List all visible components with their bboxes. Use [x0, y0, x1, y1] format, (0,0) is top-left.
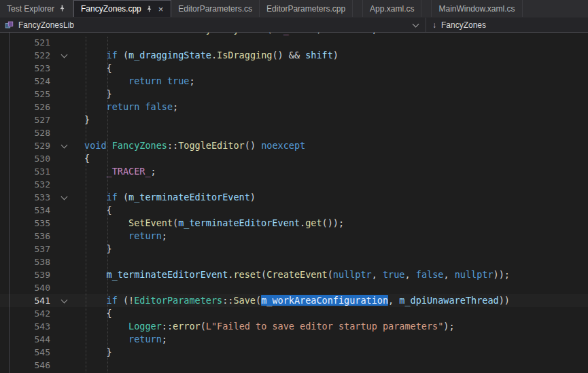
line-number[interactable]: 530: [0, 152, 50, 165]
code-text[interactable]: [77, 359, 588, 372]
tab-test-explorer[interactable]: Test Explorer: [0, 0, 73, 17]
code-text[interactable]: {: [77, 152, 588, 165]
code-line[interactable]: 529void FancyZones::ToggleEditor() noexc…: [0, 139, 588, 152]
code-text[interactable]: [77, 126, 588, 139]
fold-chevron-icon[interactable]: [60, 296, 67, 303]
code-editor[interactable]: 520 bool shift = GetAsyncKeyState(VK_SHI…: [0, 33, 588, 373]
code-line[interactable]: 528: [0, 126, 588, 139]
fold-margin[interactable]: [50, 191, 77, 204]
fold-margin[interactable]: [50, 139, 77, 152]
pin-icon[interactable]: [58, 5, 66, 12]
code-text[interactable]: if (!EditorParameters::Save(m_workAreaCo…: [77, 294, 588, 307]
code-text[interactable]: return false;: [77, 101, 588, 113]
code-line[interactable]: 538: [0, 255, 588, 268]
code-text[interactable]: _TRACER_;: [77, 165, 588, 178]
code-line[interactable]: 535 SetEvent(m_terminateEditorEvent.get(…: [0, 217, 588, 230]
line-number[interactable]: 542: [0, 307, 50, 320]
line-number[interactable]: 539: [0, 268, 50, 281]
tab-mainwindow-xaml-cs[interactable]: MainWindow.xaml.cs: [431, 0, 522, 17]
code-text[interactable]: [77, 36, 588, 49]
line-number[interactable]: 543: [0, 320, 50, 333]
code-line[interactable]: 531 _TRACER_;: [0, 165, 588, 178]
line-number[interactable]: 531: [0, 165, 50, 178]
code-text[interactable]: SetEvent(m_terminateEditorEvent.get());: [77, 217, 588, 230]
line-number[interactable]: 523: [0, 62, 50, 75]
line-number[interactable]: 540: [0, 281, 50, 294]
chevron-down-icon[interactable]: [413, 20, 419, 27]
line-number[interactable]: 541: [0, 294, 50, 307]
line-number[interactable]: 529: [0, 139, 50, 152]
code-text[interactable]: Logger::error(L"Failed to save editor st…: [77, 320, 588, 333]
code-line[interactable]: 542 {: [0, 307, 588, 320]
tab-app-xaml-cs[interactable]: App.xaml.cs: [362, 0, 421, 17]
code-text[interactable]: [77, 178, 588, 191]
code-text[interactable]: }: [77, 88, 588, 101]
fold-chevron-icon[interactable]: [60, 51, 67, 58]
code-text[interactable]: }: [77, 346, 588, 359]
code-line[interactable]: 540: [0, 281, 588, 294]
tab-fancyzones-cpp[interactable]: FancyZones.cpp×: [73, 0, 171, 17]
code-text[interactable]: m_terminateEditorEvent.reset(CreateEvent…: [77, 268, 588, 281]
code-text[interactable]: if (m_terminateEditorEvent): [77, 191, 588, 204]
code-text[interactable]: return;: [77, 230, 588, 243]
line-number[interactable]: 546: [0, 359, 50, 372]
line-number[interactable]: 544: [0, 333, 50, 346]
code-text[interactable]: [77, 255, 588, 268]
line-number[interactable]: 545: [0, 346, 50, 359]
code-text[interactable]: {: [77, 204, 588, 217]
code-line[interactable]: 534 {: [0, 204, 588, 217]
code-text[interactable]: }: [77, 113, 588, 126]
code-line[interactable]: 530{: [0, 152, 588, 165]
line-number[interactable]: 525: [0, 88, 50, 101]
line-number[interactable]: 532: [0, 178, 50, 191]
tab-editorparameters-cpp[interactable]: EditorParameters.cpp: [260, 0, 353, 17]
scope-dropdown[interactable]: ↓ FancyZones: [426, 18, 492, 32]
code-line[interactable]: 532: [0, 178, 588, 191]
code-line[interactable]: 526 return false;: [0, 101, 588, 113]
code-text[interactable]: [77, 281, 588, 294]
code-line[interactable]: 541 if (!EditorParameters::Save(m_workAr…: [0, 294, 588, 307]
line-number[interactable]: 527: [0, 113, 50, 126]
code-line[interactable]: 546: [0, 359, 588, 372]
code-line[interactable]: 527}: [0, 113, 588, 126]
code-line[interactable]: 545 }: [0, 346, 588, 359]
code-token: (): [245, 140, 261, 151]
code-line[interactable]: 521: [0, 36, 588, 49]
line-number[interactable]: 522: [0, 49, 50, 62]
line-number[interactable]: 528: [0, 126, 50, 139]
code-text[interactable]: return;: [77, 333, 588, 346]
fold-margin[interactable]: [50, 49, 77, 62]
pin-icon[interactable]: [145, 5, 153, 13]
code-line[interactable]: 524 return true;: [0, 75, 588, 88]
code-text[interactable]: if (m_draggingState.IsDragging() && shif…: [77, 49, 588, 62]
code-line[interactable]: 537 }: [0, 243, 588, 255]
code-line[interactable]: 533 if (m_terminateEditorEvent): [0, 191, 588, 204]
fold-chevron-icon[interactable]: [60, 193, 67, 200]
fold-chevron-icon[interactable]: [60, 141, 67, 148]
line-number[interactable]: 537: [0, 243, 50, 255]
code-text[interactable]: {: [77, 307, 588, 320]
code-text[interactable]: {: [77, 62, 588, 75]
code-line[interactable]: 543 Logger::error(L"Failed to save edito…: [0, 320, 588, 333]
code-text[interactable]: void FancyZones::ToggleEditor() noexcept: [77, 139, 588, 152]
code-line[interactable]: 522 if (m_draggingState.IsDragging() && …: [0, 49, 588, 62]
line-number[interactable]: 536: [0, 230, 50, 243]
project-dropdown[interactable]: FancyZonesLib: [0, 18, 426, 32]
code-line[interactable]: 544 return;: [0, 333, 588, 346]
line-number[interactable]: 534: [0, 204, 50, 217]
tab-editorparameters-cs[interactable]: EditorParameters.cs: [171, 0, 260, 17]
code-line[interactable]: 539 m_terminateEditorEvent.reset(CreateE…: [0, 268, 588, 281]
line-number[interactable]: 524: [0, 75, 50, 88]
code-text[interactable]: return true;: [77, 75, 588, 88]
line-number[interactable]: 526: [0, 101, 50, 113]
code-line[interactable]: 536 return;: [0, 230, 588, 243]
close-icon[interactable]: ×: [158, 5, 165, 14]
code-line[interactable]: 523 {: [0, 62, 588, 75]
code-text[interactable]: }: [77, 243, 588, 255]
fold-margin[interactable]: [50, 294, 77, 307]
line-number[interactable]: 533: [0, 191, 50, 204]
line-number[interactable]: 535: [0, 217, 50, 230]
code-line[interactable]: 525 }: [0, 88, 588, 101]
line-number[interactable]: 521: [0, 36, 50, 49]
line-number[interactable]: 538: [0, 255, 50, 268]
